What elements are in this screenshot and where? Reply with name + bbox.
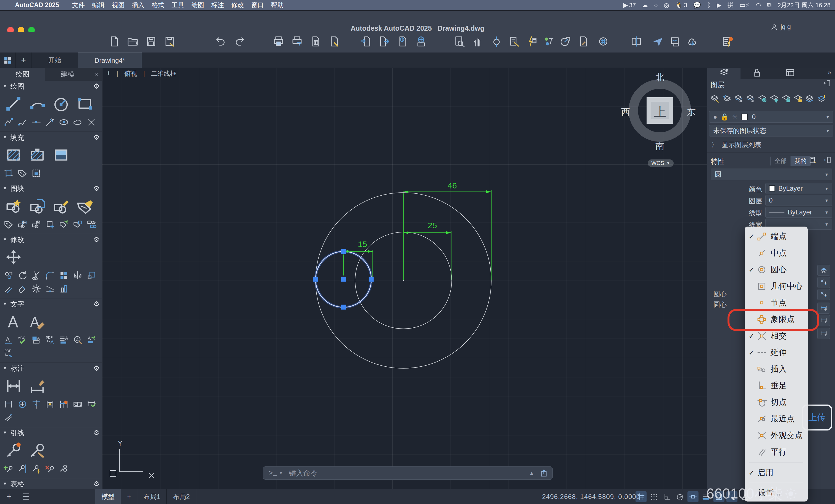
menu-编辑[interactable]: 编辑 (92, 1, 105, 8)
tool-rotate[interactable] (16, 269, 29, 282)
osnap-x-mini-button[interactable] (817, 277, 830, 288)
cloud-download-button[interactable] (686, 36, 698, 48)
dim-h-mini-button[interactable] (817, 328, 830, 339)
collapse-triangle-icon[interactable]: ▼ (3, 186, 7, 191)
osnap-menu-item-外观交点[interactable]: 外观交点 (745, 427, 808, 444)
tool-leader-add[interactable] (2, 462, 16, 475)
orbit-button[interactable] (490, 36, 503, 48)
open-folder-button[interactable] (126, 36, 139, 48)
drawing-canvas[interactable]: +｜ 俯视｜ 二维线框 462515 北 东 南 西 上 WCS▼ Y (102, 68, 707, 489)
command-input-placeholder[interactable]: 键入命令 (289, 468, 318, 478)
tool-fillet[interactable] (43, 269, 57, 282)
section-gear-icon[interactable]: ⚙ (94, 236, 100, 243)
property-value-线型[interactable]: ByLayer▼ (766, 207, 832, 218)
tool-gradient[interactable] (49, 143, 73, 167)
property-value-颜色[interactable]: ByLayer▼ (766, 183, 832, 194)
tool-block-add[interactable] (43, 218, 57, 231)
tab-xref-panel[interactable] (740, 66, 774, 79)
zoom-window-button[interactable] (453, 36, 466, 48)
properties-edit-icon[interactable] (809, 156, 817, 165)
grip-handle[interactable] (313, 277, 318, 282)
cloud-status-icon[interactable]: ☁ (642, 2, 648, 9)
properties-filter-toggle[interactable]: 全部 我的 (770, 156, 811, 166)
print-button[interactable] (272, 36, 285, 48)
undo-button[interactable] (214, 36, 227, 48)
tool-explode[interactable] (29, 282, 43, 295)
layers-dd-mini-button[interactable] (817, 265, 830, 276)
tool-dim-break[interactable] (29, 398, 43, 411)
tool-text-edit[interactable]: A (25, 310, 49, 333)
collapse-triangle-icon[interactable]: ▼ (3, 481, 7, 486)
share-plane-button[interactable] (652, 36, 664, 48)
compare-button[interactable] (630, 36, 643, 48)
layer-state-dropdown[interactable]: 未保存的图层状态▼ (709, 125, 833, 137)
tool-block-edit[interactable] (49, 195, 73, 218)
tool-hatch-small[interactable] (29, 167, 43, 180)
export-file-button[interactable] (378, 36, 390, 48)
tool-scale[interactable] (84, 269, 98, 282)
layers-dock-icon[interactable] (823, 79, 831, 88)
tool-leader-align[interactable] (16, 462, 29, 475)
wcs-control[interactable]: WCS▼ (648, 159, 674, 167)
menu-插入[interactable]: 插入 (132, 1, 144, 8)
layer-merge-button[interactable] (817, 94, 827, 104)
tab-drawing4[interactable]: Drawing4* (78, 53, 142, 68)
tool-leader-collect[interactable] (57, 462, 71, 475)
menu-文件[interactable]: 文件 (72, 1, 85, 8)
tool-hatch-edit[interactable] (25, 143, 49, 167)
ime-pinyin-icon[interactable]: 拼 (728, 1, 734, 9)
tool-erase[interactable] (16, 282, 29, 295)
tool-tag[interactable] (2, 218, 16, 231)
tool-mirror[interactable] (71, 269, 84, 282)
osnap-menu-item-端点[interactable]: ✓ 端点 (745, 228, 808, 245)
tool-text-multiline[interactable]: A (2, 310, 25, 333)
layer-unisolate-button[interactable] (746, 94, 755, 104)
tool-text-table[interactable]: A (29, 333, 43, 346)
section-gear-icon[interactable]: ⚙ (94, 480, 100, 488)
tool-hatch[interactable] (2, 143, 25, 167)
osnap-menu-item-延伸[interactable]: ✓ 延伸 (745, 344, 808, 361)
tool-dim-center[interactable] (16, 398, 29, 411)
command-line[interactable]: >_ ▼ 键入命令 ▲ (263, 466, 553, 480)
osnap-menu-item-插入[interactable]: 插入 (745, 361, 808, 378)
tool-array[interactable] (57, 269, 71, 282)
menu-bar-clock[interactable]: 2月22日 周六 16:28 (777, 1, 831, 9)
command-share-icon[interactable] (539, 469, 548, 477)
tool-dim-edit[interactable] (25, 375, 49, 398)
layer-previous-button[interactable] (722, 94, 731, 104)
section-gear-icon[interactable]: ⚙ (94, 429, 100, 437)
osnap-menu-item-垂足[interactable]: 垂足 (745, 378, 808, 394)
tool-dim-linear[interactable] (2, 398, 16, 411)
redo-button[interactable] (233, 36, 246, 48)
menu-视图[interactable]: 视图 (112, 1, 125, 8)
style-brush-button[interactable] (577, 36, 590, 48)
tool-align[interactable] (57, 282, 71, 295)
osnap-menu-item-平行[interactable]: 平行 (745, 444, 808, 460)
tab-sheetset-panel[interactable] (774, 66, 807, 79)
palette-tab-model[interactable]: 建模 (45, 68, 90, 81)
osnap-menu-item-几何中心[interactable]: 几何中心 (745, 278, 808, 295)
menu-帮助[interactable]: 帮助 (271, 1, 284, 8)
osnap-menu-item-中点[interactable]: 中点 (745, 245, 808, 261)
menu-修改[interactable]: 修改 (231, 1, 244, 8)
tab-overview-icon[interactable] (0, 53, 16, 68)
command-history-caret[interactable]: ▼ (279, 471, 283, 475)
measure-button[interactable] (559, 36, 572, 48)
app-rings-icon[interactable]: ◎ (664, 2, 669, 9)
print-preview-button[interactable] (291, 36, 303, 48)
osnap-menu-item-最近点[interactable]: 最近点 (745, 410, 808, 427)
tool-rectangle[interactable] (73, 92, 97, 116)
object-type-dropdown[interactable]: 圆▼ (711, 168, 832, 180)
view-cube[interactable]: 北 东 南 西 上 (625, 75, 695, 146)
palette-collapse-button[interactable]: « (90, 68, 102, 81)
group-button[interactable] (543, 36, 555, 48)
tool-polyline[interactable] (2, 116, 16, 129)
section-gear-icon[interactable]: ⚙ (94, 300, 100, 308)
viewcube-west[interactable]: 西 (621, 106, 630, 118)
status-ortho-toggle[interactable] (661, 491, 673, 502)
tool-pdf-export[interactable]: PDFA (43, 333, 57, 346)
tool-offset[interactable] (2, 282, 16, 295)
tool-text-single[interactable]: A (2, 333, 16, 346)
clipboard-action-button[interactable] (721, 36, 734, 48)
tool-block-save[interactable] (29, 218, 43, 231)
